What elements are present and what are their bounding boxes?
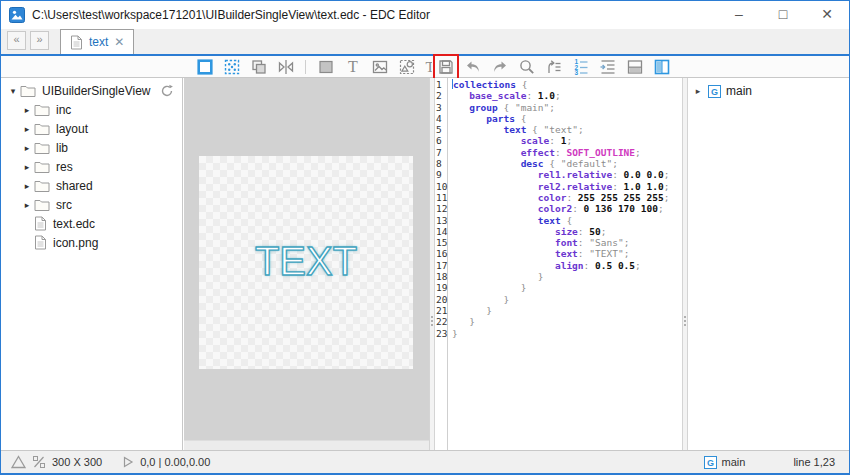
code-line[interactable]: rel2.relative: 1.0 1.0; bbox=[452, 181, 682, 192]
dim-parts-tool-icon[interactable] bbox=[222, 57, 242, 77]
file-icon bbox=[34, 216, 47, 231]
save-button-icon[interactable] bbox=[436, 57, 456, 77]
code-line[interactable]: parts { bbox=[452, 113, 682, 124]
tree-item-inc[interactable]: ▸inc bbox=[1, 100, 182, 119]
group-icon: G bbox=[708, 85, 721, 98]
tab-nav-back-button[interactable]: « bbox=[7, 31, 26, 50]
collapse-arrow-icon[interactable]: ▸ bbox=[21, 143, 33, 153]
line-number: 23 bbox=[435, 328, 447, 339]
select-tool-icon[interactable] bbox=[195, 57, 215, 77]
status-group: G main bbox=[704, 456, 746, 469]
close-button[interactable]: ✕ bbox=[805, 1, 849, 29]
code-line[interactable]: text { bbox=[452, 215, 682, 226]
svg-text:T: T bbox=[348, 58, 358, 75]
line-number: 3 bbox=[435, 102, 447, 113]
maximize-button[interactable]: □ bbox=[761, 1, 805, 29]
code-text[interactable]: collections { base_scale: 1.0; group { "… bbox=[452, 79, 682, 450]
canvas-area[interactable]: TEXT bbox=[184, 78, 429, 450]
code-line[interactable]: scale: 1; bbox=[452, 135, 682, 146]
swallow-part-tool-icon[interactable] bbox=[397, 57, 417, 77]
redo-icon[interactable] bbox=[490, 57, 510, 77]
code-line[interactable]: } bbox=[452, 316, 682, 327]
collapse-arrow-icon[interactable]: ▸ bbox=[21, 162, 33, 172]
code-line[interactable]: } bbox=[452, 305, 682, 316]
code-line[interactable]: font: "Sans"; bbox=[452, 237, 682, 248]
tab-close-icon[interactable]: ✕ bbox=[114, 36, 124, 48]
code-line[interactable]: color2: 0 136 170 100; bbox=[452, 203, 682, 214]
refresh-icon[interactable] bbox=[160, 84, 174, 98]
undo-icon[interactable] bbox=[463, 57, 483, 77]
textblock-part-tool-icon[interactable]: T? bbox=[424, 57, 432, 77]
outline-item-main[interactable]: ▸ G main bbox=[688, 82, 849, 100]
warning-icon bbox=[11, 455, 26, 469]
tree-item-uibuildersingleview[interactable]: ▾UIBuilderSingleView bbox=[1, 81, 182, 100]
rect-part-tool-icon[interactable] bbox=[316, 57, 336, 77]
svg-text:3: 3 bbox=[575, 69, 579, 76]
tab-label: text bbox=[89, 35, 108, 49]
line-number: 4 bbox=[435, 113, 447, 124]
tree-item-src[interactable]: ▸src bbox=[1, 195, 182, 214]
code-line[interactable]: } bbox=[452, 328, 682, 339]
line-number: 13 bbox=[435, 215, 447, 226]
code-line[interactable]: collections { bbox=[452, 79, 682, 90]
tree-item-layout[interactable]: ▸layout bbox=[1, 119, 182, 138]
line-number: 5 bbox=[435, 124, 447, 135]
collapse-arrow-icon[interactable]: ▸ bbox=[693, 86, 703, 96]
status-left: 300 X 300 0,0 | 0.00,0.00 bbox=[11, 455, 210, 469]
app-icon bbox=[9, 7, 25, 23]
splitter-handle-icon bbox=[431, 316, 433, 318]
tree-item-icon-png[interactable]: icon.png bbox=[1, 233, 182, 252]
tree-item-label: inc bbox=[56, 103, 71, 117]
code-line[interactable]: size: 50; bbox=[452, 226, 682, 237]
tab-nav-forward-button[interactable]: » bbox=[30, 31, 49, 50]
code-line[interactable]: } bbox=[452, 271, 682, 282]
code-line[interactable]: group { "main"; bbox=[452, 102, 682, 113]
goto-line-icon[interactable] bbox=[544, 57, 564, 77]
collapse-arrow-icon[interactable]: ▸ bbox=[21, 181, 33, 191]
code-editor[interactable]: 1234567891011121314151617181920212223 co… bbox=[435, 78, 682, 450]
tree-item-text-edc[interactable]: text.edc bbox=[1, 214, 182, 233]
find-icon[interactable] bbox=[517, 57, 537, 77]
pointer-icon bbox=[122, 456, 134, 468]
tab-text[interactable]: text ✕ bbox=[60, 29, 134, 54]
canvas-horizontal-scrollbar[interactable] bbox=[184, 440, 429, 450]
line-numbers-icon[interactable]: 123 bbox=[571, 57, 591, 77]
status-right: G main line 1,23 bbox=[704, 456, 835, 469]
clone-tool-icon[interactable] bbox=[249, 57, 269, 77]
collapse-arrow-icon[interactable]: ▸ bbox=[21, 124, 33, 134]
collapse-arrow-icon[interactable]: ▸ bbox=[21, 200, 33, 210]
code-line[interactable]: text: "TEXT"; bbox=[452, 248, 682, 259]
line-number: 9 bbox=[435, 169, 447, 180]
tree-item-shared[interactable]: ▸shared bbox=[1, 176, 182, 195]
code-line[interactable]: color: 255 255 255 255; bbox=[452, 192, 682, 203]
tree-item-res[interactable]: ▸res bbox=[1, 157, 182, 176]
code-line[interactable]: text { "text"; bbox=[452, 124, 682, 135]
line-number: 21 bbox=[435, 305, 447, 316]
side-panel-icon[interactable] bbox=[652, 57, 672, 77]
auto-indent-icon[interactable] bbox=[598, 57, 618, 77]
text-part-preview[interactable]: TEXT bbox=[199, 238, 413, 283]
tab-bar: « » text ✕ bbox=[1, 29, 849, 56]
code-line[interactable]: } bbox=[452, 294, 682, 305]
canvas-size-value: 300 X 300 bbox=[52, 456, 102, 468]
tree-item-lib[interactable]: ▸lib bbox=[1, 138, 182, 157]
code-line[interactable]: align: 0.5 0.5; bbox=[452, 260, 682, 271]
canvas-stage[interactable]: TEXT bbox=[199, 156, 413, 369]
tree-item-label: icon.png bbox=[53, 236, 98, 250]
toolbar-separator bbox=[305, 60, 306, 74]
code-line[interactable]: rel1.relative: 0.0 0.0; bbox=[452, 169, 682, 180]
code-line[interactable]: base_scale: 1.0; bbox=[452, 90, 682, 101]
image-part-tool-icon[interactable] bbox=[370, 57, 390, 77]
code-line[interactable]: } bbox=[452, 282, 682, 293]
minimize-button[interactable]: – bbox=[717, 1, 761, 29]
code-line[interactable]: desc { "default"; bbox=[452, 158, 682, 169]
mirror-tool-icon[interactable] bbox=[276, 57, 296, 77]
bottom-panel-icon[interactable] bbox=[625, 57, 645, 77]
expand-arrow-icon[interactable]: ▾ bbox=[7, 86, 19, 96]
line-number: 16 bbox=[435, 248, 447, 259]
collapse-arrow-icon[interactable]: ▸ bbox=[21, 105, 33, 115]
text-part-tool-icon[interactable]: T bbox=[343, 57, 363, 77]
code-line[interactable]: effect: SOFT_OUTLINE; bbox=[452, 147, 682, 158]
tree-item-label: layout bbox=[56, 122, 88, 136]
toolbar: TT?123 bbox=[1, 56, 849, 78]
